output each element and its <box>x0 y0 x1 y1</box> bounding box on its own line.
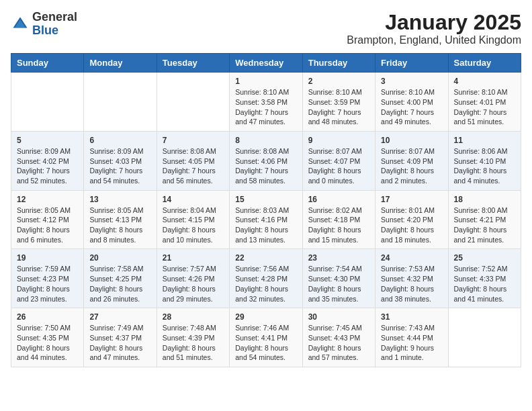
day-number: 27 <box>89 312 150 322</box>
calendar-week-row: 19Sunrise: 7:59 AM Sunset: 4:23 PM Dayli… <box>11 249 521 308</box>
calendar-cell: 14Sunrise: 8:04 AM Sunset: 4:15 PM Dayli… <box>157 190 229 249</box>
day-info: Sunrise: 8:10 AM Sunset: 3:59 PM Dayligh… <box>308 87 369 127</box>
calendar-cell: 7Sunrise: 8:08 AM Sunset: 4:05 PM Daylig… <box>157 131 229 190</box>
day-info: Sunrise: 8:10 AM Sunset: 4:00 PM Dayligh… <box>381 87 442 127</box>
day-info: Sunrise: 8:00 AM Sunset: 4:21 PM Dayligh… <box>454 205 515 245</box>
day-info: Sunrise: 8:10 AM Sunset: 4:01 PM Dayligh… <box>454 87 515 127</box>
day-number: 6 <box>89 136 150 145</box>
calendar-week-row: 26Sunrise: 7:50 AM Sunset: 4:35 PM Dayli… <box>11 308 521 367</box>
title-block: January 2025 Brampton, England, United K… <box>347 11 521 46</box>
logo: General Blue <box>11 11 77 38</box>
day-info: Sunrise: 7:54 AM Sunset: 4:30 PM Dayligh… <box>308 264 369 304</box>
calendar-cell: 19Sunrise: 7:59 AM Sunset: 4:23 PM Dayli… <box>11 249 84 308</box>
day-number: 1 <box>235 77 296 86</box>
calendar-cell: 31Sunrise: 7:43 AM Sunset: 4:44 PM Dayli… <box>375 308 448 367</box>
calendar-cell: 21Sunrise: 7:57 AM Sunset: 4:26 PM Dayli… <box>157 249 229 308</box>
day-number: 28 <box>163 312 224 322</box>
calendar-subtitle: Brampton, England, United Kingdom <box>347 34 521 46</box>
day-number: 18 <box>454 195 515 204</box>
day-number: 5 <box>17 136 78 145</box>
day-info: Sunrise: 8:09 AM Sunset: 4:03 PM Dayligh… <box>89 146 150 186</box>
day-info: Sunrise: 7:43 AM Sunset: 4:44 PM Dayligh… <box>381 323 442 363</box>
day-info: Sunrise: 7:46 AM Sunset: 4:41 PM Dayligh… <box>235 323 296 363</box>
day-number: 3 <box>381 77 442 86</box>
logo-general: General <box>32 10 77 24</box>
day-number: 25 <box>454 253 515 263</box>
calendar-cell: 3Sunrise: 8:10 AM Sunset: 4:00 PM Daylig… <box>375 73 448 132</box>
day-info: Sunrise: 7:56 AM Sunset: 4:28 PM Dayligh… <box>235 264 296 304</box>
day-number: 20 <box>89 253 150 263</box>
weekday-header-friday: Friday <box>375 54 448 73</box>
day-info: Sunrise: 8:10 AM Sunset: 3:58 PM Dayligh… <box>235 87 296 127</box>
day-number: 19 <box>17 253 78 263</box>
calendar-cell: 28Sunrise: 7:48 AM Sunset: 4:39 PM Dayli… <box>157 308 229 367</box>
logo-text: General Blue <box>32 11 77 38</box>
weekday-header-saturday: Saturday <box>448 54 521 73</box>
calendar-cell: 9Sunrise: 8:07 AM Sunset: 4:07 PM Daylig… <box>302 131 375 190</box>
day-number: 13 <box>89 195 150 204</box>
calendar-cell <box>157 73 229 132</box>
calendar-cell: 23Sunrise: 7:54 AM Sunset: 4:30 PM Dayli… <box>302 249 375 308</box>
day-info: Sunrise: 8:05 AM Sunset: 4:13 PM Dayligh… <box>89 205 150 245</box>
calendar-cell: 26Sunrise: 7:50 AM Sunset: 4:35 PM Dayli… <box>11 308 84 367</box>
day-number: 24 <box>381 253 442 263</box>
calendar-week-row: 12Sunrise: 8:05 AM Sunset: 4:12 PM Dayli… <box>11 190 521 249</box>
calendar-cell: 12Sunrise: 8:05 AM Sunset: 4:12 PM Dayli… <box>11 190 84 249</box>
weekday-header-tuesday: Tuesday <box>157 54 229 73</box>
calendar-title: January 2025 <box>347 11 521 34</box>
day-info: Sunrise: 8:02 AM Sunset: 4:18 PM Dayligh… <box>308 205 369 245</box>
calendar-cell: 5Sunrise: 8:09 AM Sunset: 4:02 PM Daylig… <box>11 131 84 190</box>
calendar-table: SundayMondayTuesdayWednesdayThursdayFrid… <box>11 53 521 367</box>
day-info: Sunrise: 7:49 AM Sunset: 4:37 PM Dayligh… <box>89 323 150 363</box>
day-info: Sunrise: 8:06 AM Sunset: 4:10 PM Dayligh… <box>454 146 515 186</box>
calendar-cell: 27Sunrise: 7:49 AM Sunset: 4:37 PM Dayli… <box>84 308 157 367</box>
day-info: Sunrise: 7:57 AM Sunset: 4:26 PM Dayligh… <box>163 264 224 304</box>
day-info: Sunrise: 8:04 AM Sunset: 4:15 PM Dayligh… <box>163 205 224 245</box>
day-number: 14 <box>163 195 224 204</box>
day-info: Sunrise: 7:52 AM Sunset: 4:33 PM Dayligh… <box>454 264 515 304</box>
calendar-cell: 8Sunrise: 8:08 AM Sunset: 4:06 PM Daylig… <box>230 131 302 190</box>
day-number: 10 <box>381 136 442 145</box>
calendar-cell: 20Sunrise: 7:58 AM Sunset: 4:25 PM Dayli… <box>84 249 157 308</box>
calendar-cell <box>84 73 157 132</box>
calendar-cell: 16Sunrise: 8:02 AM Sunset: 4:18 PM Dayli… <box>302 190 375 249</box>
calendar-cell: 18Sunrise: 8:00 AM Sunset: 4:21 PM Dayli… <box>448 190 521 249</box>
day-info: Sunrise: 7:48 AM Sunset: 4:39 PM Dayligh… <box>163 323 224 363</box>
weekday-header-monday: Monday <box>84 54 157 73</box>
calendar-cell: 29Sunrise: 7:46 AM Sunset: 4:41 PM Dayli… <box>230 308 302 367</box>
day-number: 29 <box>235 312 296 322</box>
calendar-cell: 24Sunrise: 7:53 AM Sunset: 4:32 PM Dayli… <box>375 249 448 308</box>
day-number: 21 <box>163 253 224 263</box>
day-number: 8 <box>235 136 296 145</box>
logo-icon <box>11 15 30 34</box>
day-info: Sunrise: 8:05 AM Sunset: 4:12 PM Dayligh… <box>17 205 78 245</box>
weekday-header-thursday: Thursday <box>302 54 375 73</box>
day-number: 22 <box>235 253 296 263</box>
calendar-cell: 25Sunrise: 7:52 AM Sunset: 4:33 PM Dayli… <box>448 249 521 308</box>
day-info: Sunrise: 7:58 AM Sunset: 4:25 PM Dayligh… <box>89 264 150 304</box>
calendar-cell: 4Sunrise: 8:10 AM Sunset: 4:01 PM Daylig… <box>448 73 521 132</box>
day-info: Sunrise: 7:50 AM Sunset: 4:35 PM Dayligh… <box>17 323 78 363</box>
day-number: 15 <box>235 195 296 204</box>
calendar-cell: 17Sunrise: 8:01 AM Sunset: 4:20 PM Dayli… <box>375 190 448 249</box>
day-number: 26 <box>17 312 78 322</box>
calendar-cell: 13Sunrise: 8:05 AM Sunset: 4:13 PM Dayli… <box>84 190 157 249</box>
day-info: Sunrise: 8:01 AM Sunset: 4:20 PM Dayligh… <box>381 205 442 245</box>
weekday-header-sunday: Sunday <box>11 54 84 73</box>
day-info: Sunrise: 8:09 AM Sunset: 4:02 PM Dayligh… <box>17 146 78 186</box>
day-number: 4 <box>454 77 515 86</box>
calendar-cell <box>11 73 84 132</box>
page-header: General Blue January 2025 Brampton, Engl… <box>11 11 521 46</box>
day-info: Sunrise: 8:08 AM Sunset: 4:05 PM Dayligh… <box>163 146 224 186</box>
logo-blue: Blue <box>32 24 58 37</box>
day-number: 31 <box>381 312 442 322</box>
day-number: 12 <box>17 195 78 204</box>
day-info: Sunrise: 7:59 AM Sunset: 4:23 PM Dayligh… <box>17 264 78 304</box>
calendar-cell: 15Sunrise: 8:03 AM Sunset: 4:16 PM Dayli… <box>230 190 302 249</box>
calendar-cell: 30Sunrise: 7:45 AM Sunset: 4:43 PM Dayli… <box>302 308 375 367</box>
weekday-header-row: SundayMondayTuesdayWednesdayThursdayFrid… <box>11 54 521 73</box>
calendar-cell: 22Sunrise: 7:56 AM Sunset: 4:28 PM Dayli… <box>230 249 302 308</box>
day-number: 16 <box>308 195 369 204</box>
day-info: Sunrise: 8:07 AM Sunset: 4:07 PM Dayligh… <box>308 146 369 186</box>
calendar-week-row: 5Sunrise: 8:09 AM Sunset: 4:02 PM Daylig… <box>11 131 521 190</box>
